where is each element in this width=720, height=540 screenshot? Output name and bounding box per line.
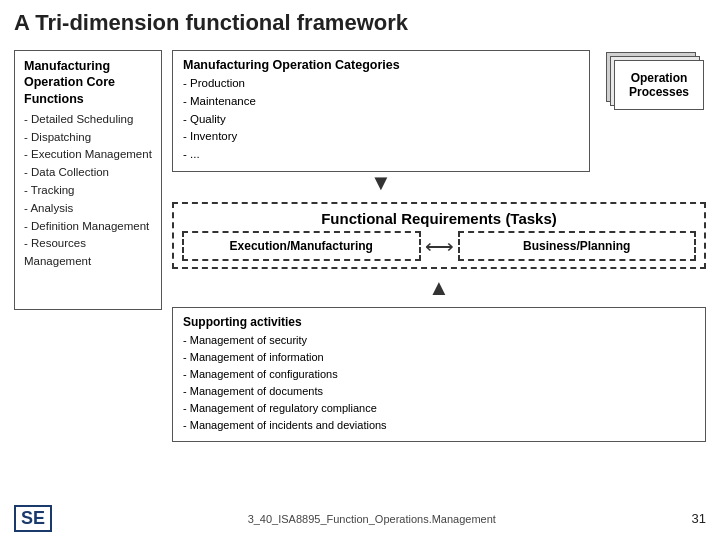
list-item: - ...: [183, 146, 579, 164]
top-box-title: Manufacturing Operation Categories: [183, 58, 579, 72]
list-item: - Management of configurations: [183, 366, 695, 383]
top-box-items: - Production - Maintenance - Quality - I…: [183, 75, 579, 164]
business-box: Business/Planning: [458, 231, 697, 261]
center-col: Manufacturing Operation Categories - Pro…: [172, 50, 706, 442]
page: A Tri-dimension functional framework Man…: [0, 0, 720, 540]
list-item: - Production: [183, 75, 579, 93]
list-item: - Definition Management: [24, 218, 152, 236]
list-item: - Analysis: [24, 200, 152, 218]
footer-logo: SE: [14, 505, 52, 532]
operation-processes-box-front: Operation Processes: [614, 60, 704, 110]
list-item: - Management of incidents and deviations: [183, 417, 695, 434]
footer: SE 3_40_ISA8895_Function_Operations.Mana…: [0, 505, 720, 532]
list-item: - Data Collection: [24, 164, 152, 182]
list-item: - Management of information: [183, 349, 695, 366]
functional-row: Execution/Manufacturing ⟷ Business/Plann…: [182, 231, 696, 261]
supporting-title: Supporting activities: [183, 315, 695, 329]
page-title: A Tri-dimension functional framework: [14, 10, 706, 36]
left-box-items: - Detailed Scheduling - Dispatching - Ex…: [24, 111, 152, 271]
left-box: Manufacturing Operation Core Functions -…: [14, 50, 162, 310]
list-item: - Inventory: [183, 128, 579, 146]
footer-text: 3_40_ISA8895_Function_Operations.Managem…: [52, 513, 692, 525]
supporting-items: - Management of security - Management of…: [183, 332, 695, 434]
list-item: - Detailed Scheduling: [24, 111, 152, 129]
functional-area: Functional Requirements (Tasks) Executio…: [172, 202, 706, 269]
list-item: - Resources Management: [24, 235, 152, 271]
list-item: - Maintenance: [183, 93, 579, 111]
list-item: - Management of security: [183, 332, 695, 349]
main-content: Manufacturing Operation Core Functions -…: [14, 50, 706, 442]
right-arrow-icon: ⟷: [421, 231, 458, 261]
functional-requirements-title: Functional Requirements (Tasks): [182, 210, 696, 227]
list-item: - Execution Management: [24, 146, 152, 164]
list-item: - Management of documents: [183, 383, 695, 400]
stacked-boxes: Operation Processes: [606, 52, 706, 112]
top-box: Manufacturing Operation Categories - Pro…: [172, 50, 590, 172]
arrow-up-icon: ▲: [172, 277, 706, 299]
left-box-title: Manufacturing Operation Core Functions: [24, 58, 152, 107]
supporting-box: Supporting activities - Management of se…: [172, 307, 706, 442]
right-col: Operation Processes: [596, 52, 706, 116]
list-item: - Quality: [183, 111, 579, 129]
list-item: - Management of regulatory compliance: [183, 400, 695, 417]
footer-page: 31: [692, 511, 706, 526]
operation-processes-label: Operation Processes: [615, 71, 703, 99]
list-item: - Dispatching: [24, 129, 152, 147]
arrow-down-icon: ▼: [172, 172, 590, 194]
execution-box: Execution/Manufacturing: [182, 231, 421, 261]
list-item: - Tracking: [24, 182, 152, 200]
